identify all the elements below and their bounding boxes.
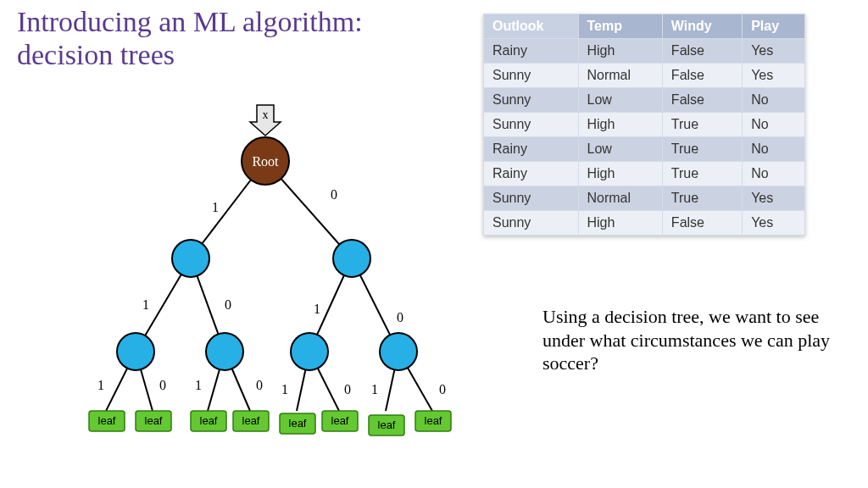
edge-label: 0 <box>344 382 351 396</box>
table-row: SunnyLowFalseNo <box>484 88 805 113</box>
edge-label: 1 <box>314 302 320 316</box>
col-header-outlook: Outlook <box>484 14 579 39</box>
edge-label: 0 <box>439 382 446 396</box>
edge-label: 0 <box>256 378 263 392</box>
inner-node <box>117 333 154 370</box>
weather-play-table: Outlook Temp Windy Play RainyHighFalseYe… <box>483 14 805 236</box>
inner-node <box>206 333 243 370</box>
input-arrow-icon: x <box>250 105 281 136</box>
leaf-node: leaf <box>233 411 269 431</box>
leaf-node: leaf <box>191 411 226 431</box>
slide-caption: Using a decision tree, we want to see un… <box>542 305 831 375</box>
svg-text:leaf: leaf <box>200 414 218 427</box>
edge-label: 0 <box>225 297 231 312</box>
edge-label: 1 <box>371 382 378 396</box>
edge-label: 1 <box>142 297 149 312</box>
leaf-node: leaf <box>322 411 358 431</box>
edge-label: 0 <box>331 187 337 202</box>
title-line-1: Introducing an ML algorithm: <box>17 6 363 37</box>
svg-text:leaf: leaf <box>425 414 442 427</box>
inner-node <box>291 333 328 370</box>
inner-node <box>380 333 417 370</box>
table-row: RainyHighFalseYes <box>484 39 805 64</box>
leaf-node: leaf <box>89 411 125 431</box>
inner-node <box>333 240 370 277</box>
edge-label: 1 <box>97 378 104 392</box>
input-label: x <box>263 108 269 121</box>
table-header-row: Outlook Temp Windy Play <box>484 14 805 39</box>
inner-node <box>172 240 209 277</box>
svg-text:leaf: leaf <box>378 419 396 431</box>
table-row: RainyHighTrueNo <box>484 162 805 186</box>
edge-label: 1 <box>195 378 202 392</box>
table-row: SunnyNormalTrueYes <box>484 186 805 211</box>
slide-title: Introducing an ML algorithm: decision tr… <box>17 5 363 71</box>
leaf-node: leaf <box>280 413 315 434</box>
edge-label: 1 <box>281 382 288 396</box>
col-header-temp: Temp <box>578 14 662 39</box>
root-label: Root <box>252 154 279 169</box>
leaf-node: leaf <box>369 415 404 435</box>
svg-text:leaf: leaf <box>331 414 349 427</box>
leaf-node: leaf <box>136 411 171 431</box>
edge-label: 0 <box>397 310 403 324</box>
table-row: SunnyNormalFalseYes <box>484 64 805 88</box>
edge-label: 1 <box>212 200 219 214</box>
col-header-play: Play <box>743 14 805 39</box>
table-row: SunnyHighTrueNo <box>484 113 805 137</box>
svg-text:leaf: leaf <box>242 414 260 427</box>
edge-label: 0 <box>159 378 166 392</box>
svg-text:leaf: leaf <box>145 414 163 427</box>
title-line-2: decision trees <box>17 39 175 70</box>
decision-tree-diagram: x 1 0 1 0 1 0 1 0 1 0 1 <box>59 102 483 458</box>
col-header-windy: Windy <box>662 14 742 39</box>
svg-text:leaf: leaf <box>289 417 307 430</box>
leaf-node: leaf <box>415 411 451 431</box>
svg-text:leaf: leaf <box>98 414 116 427</box>
table-row: RainyLowTrueNo <box>484 137 805 162</box>
table-row: SunnyHighFalseYes <box>484 211 805 236</box>
